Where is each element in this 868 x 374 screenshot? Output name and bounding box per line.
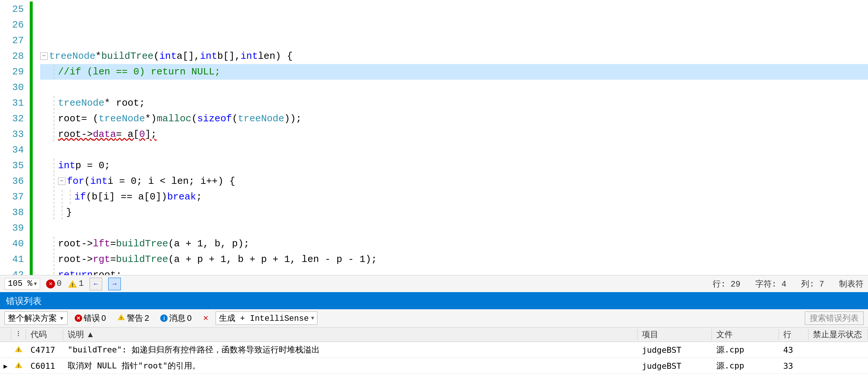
- line-num-42: 42: [0, 267, 24, 275]
- code-container: 25 26 27 28 29 30 31 32 33 34 35 36 37 3…: [0, 0, 868, 275]
- line-num-28: 28: [0, 48, 24, 64]
- code-line-30: [40, 80, 868, 95]
- col-suppress-header: 禁止显示状态: [809, 329, 868, 340]
- error-row-c4717[interactable]: ! C4717 "buildTree": 如递归归所有控件路径，函数将导致运行时…: [0, 342, 868, 358]
- line-num-35: 35: [0, 158, 24, 173]
- warning-filter-count: 2: [145, 313, 149, 323]
- scope-label: 整个解决方案: [8, 313, 57, 324]
- row2-expand[interactable]: ▶: [0, 362, 11, 370]
- code-line-37: if (b[i] == a[0]) break;: [40, 189, 868, 205]
- line-num-26: 26: [0, 17, 24, 33]
- status-bar: 105 % ▼ ✕ 0 ! 1 ← → 行: 29 字符: 4 列: 7 制表符: [0, 275, 868, 292]
- col-file-header: 文件: [712, 329, 779, 340]
- col-icon-header: ⁝: [11, 329, 26, 340]
- svg-text:!: !: [120, 316, 122, 320]
- zoom-value: 105 %: [8, 279, 32, 288]
- error-filter-icon: ✕: [75, 314, 82, 322]
- code-line-31: treeNode* root;: [40, 95, 868, 111]
- line-num-40: 40: [0, 236, 24, 252]
- error-filter-btn[interactable]: ✕ 错误 0: [71, 311, 110, 325]
- filter-source-icon: ✕: [203, 314, 209, 322]
- zoom-chevron-icon: ▼: [34, 281, 37, 287]
- warning-filter-btn[interactable]: ! 警告 2: [113, 311, 153, 325]
- info-filter-icon: i: [160, 314, 168, 322]
- code-line-32: root= (treeNode*)malloc(sizeof(treeNode)…: [40, 111, 868, 127]
- info-filter-btn[interactable]: i 消息 0: [156, 311, 196, 325]
- search-errors-input[interactable]: 搜索错误列表: [805, 311, 864, 325]
- code-line-42: return root;: [40, 267, 868, 275]
- warning-filter-icon: !: [117, 313, 125, 323]
- code-line-40: root->lft = buildTree(a + 1, b, p);: [40, 236, 868, 252]
- error-row-c6011[interactable]: ▶ ! C6011 取消对 NULL 指针"root"的引用。 judgeBST…: [0, 358, 868, 374]
- col-desc-header[interactable]: 说明 ▲: [63, 329, 638, 340]
- line-num-34: 34: [0, 142, 24, 158]
- col-code-label: 代码: [30, 330, 47, 339]
- code-line-34: [40, 142, 868, 158]
- code-line-33: root->data = a[0];: [40, 127, 868, 142]
- code-line-41: root->rgt = buildTree(a + p + 1, b + p +…: [40, 252, 868, 267]
- error-count-badge: ✕ 0: [46, 279, 61, 288]
- scope-select: 整个解决方案 ▼: [4, 311, 68, 325]
- line-num-31: 31: [0, 95, 24, 111]
- line-num-36: 36: [0, 173, 24, 189]
- svg-text:!: !: [17, 347, 20, 352]
- code-line-25: [40, 1, 868, 17]
- status-right: 行: 29 字符: 4 列: 7 制表符: [713, 278, 864, 290]
- row2-code: C6011: [26, 361, 63, 371]
- code-line-29: //if (len == 0) return NULL;: [40, 64, 868, 80]
- col-line-header: 行: [779, 329, 809, 340]
- row1-project: judgeBST: [638, 345, 712, 355]
- line-num-27: 27: [0, 33, 24, 48]
- error-filter-count: 0: [101, 313, 106, 323]
- search-errors-placeholder: 搜索错误列表: [810, 313, 859, 323]
- intellisense-label: 生成 + IntelliSense: [219, 313, 309, 324]
- error-panel-header: 错误列表: [0, 293, 868, 309]
- intellisense-dropdown[interactable]: 生成 + IntelliSense ▼: [216, 311, 317, 325]
- col-desc-sort-icon: ▲: [86, 330, 94, 339]
- svg-text:!: !: [71, 282, 74, 288]
- collapse-icon-36[interactable]: −: [58, 178, 65, 185]
- error-panel-toolbar: 整个解决方案 ▼ ✕ 错误 0 ! 警告 2 i 消息 0 ✕: [0, 309, 868, 327]
- collapse-icon-28[interactable]: −: [40, 52, 48, 60]
- error-table-header: ⁝ 代码 说明 ▲ 项目 文件 行 禁止显示状态: [0, 327, 868, 342]
- line-num-38: 38: [0, 205, 24, 220]
- line-num-33: 33: [0, 127, 24, 142]
- code-content[interactable]: − treeNode* buildTree(int a[], int b[], …: [33, 0, 868, 275]
- warning-count: 1: [79, 279, 84, 288]
- code-line-27: [40, 33, 868, 48]
- code-line-39: [40, 220, 868, 236]
- line-num-37: 37: [0, 189, 24, 205]
- col-suppress-label: 禁止显示状态: [813, 330, 862, 339]
- col-project-header: 项目: [638, 329, 712, 340]
- nav-next-button[interactable]: →: [108, 278, 121, 290]
- error-filter-label: 错误: [84, 313, 100, 324]
- green-bar: [30, 1, 33, 275]
- line-numbers: 25 26 27 28 29 30 31 32 33 34 35 36 37 3…: [0, 0, 30, 275]
- code-line-26: [40, 17, 868, 33]
- row2-icon: !: [11, 361, 26, 371]
- code-line-35: int p = 0;: [40, 158, 868, 173]
- error-icon: ✕: [46, 279, 55, 288]
- tab-indicator: 制表符: [839, 278, 864, 290]
- col-file-label: 文件: [716, 330, 733, 339]
- scope-chevron-icon: ▼: [59, 315, 64, 321]
- error-panel-title: 错误列表: [6, 296, 42, 306]
- nav-prev-button[interactable]: ←: [90, 278, 102, 290]
- code-line-38: }: [40, 205, 868, 220]
- svg-text:!: !: [17, 363, 20, 368]
- row2-line: 33: [779, 361, 809, 371]
- filter-source-btn[interactable]: ✕: [199, 313, 213, 323]
- col-project-label: 项目: [642, 330, 658, 339]
- row-indicator: 行: 29: [713, 278, 740, 290]
- scope-dropdown[interactable]: 整个解决方案 ▼: [4, 311, 68, 325]
- line-num-29: 29: [0, 64, 24, 80]
- col-expand-header: [0, 329, 11, 340]
- code-line-36: − for (int i = 0; i < len; i++) {: [40, 173, 868, 189]
- warning-icon: !: [68, 279, 77, 288]
- line-num-41: 41: [0, 252, 24, 267]
- zoom-control[interactable]: 105 % ▼: [4, 278, 40, 290]
- info-filter-count: 0: [187, 313, 191, 323]
- warning-count-badge: ! 1: [68, 279, 84, 288]
- error-table: ⁝ 代码 说明 ▲ 项目 文件 行 禁止显示状态: [0, 327, 868, 374]
- col-code-header: 代码: [26, 329, 63, 340]
